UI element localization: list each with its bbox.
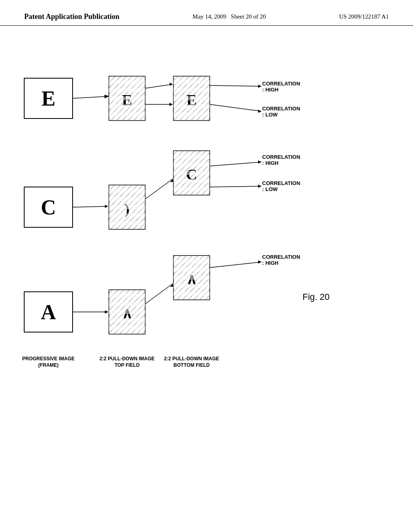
svg-rect-44	[173, 284, 210, 288]
svg-rect-28	[173, 179, 210, 183]
diagram-area: E E E CORRELATION : HIGH CORRELATION	[0, 26, 413, 517]
svg-rect-4	[109, 88, 145, 92]
svg-line-17	[210, 104, 261, 111]
svg-rect-25	[173, 155, 210, 159]
svg-marker-14	[169, 103, 173, 106]
label-top-field: TOP FIELD	[115, 362, 140, 368]
svg-rect-23	[109, 221, 145, 225]
svg-rect-45	[173, 292, 210, 296]
svg-rect-27	[173, 171, 210, 175]
label-pulldown-top: 2:2 PULL-DOWN IMAGE	[100, 356, 155, 362]
corr-low-1b: : LOW	[262, 112, 278, 118]
patent-number: US 2009/122187 A1	[339, 12, 389, 21]
arrow-Atopfield-to-field2	[145, 284, 173, 304]
sheet-info: Sheet 20 of 20	[231, 13, 266, 20]
label-pulldown-bottom: 2:2 PULL-DOWN IMAGE	[164, 356, 219, 362]
corr-high-2: CORRELATION	[262, 154, 300, 160]
corr-high-3b: : HIGH	[262, 260, 278, 266]
fig-label: Fig. 20	[302, 292, 330, 302]
svg-rect-21	[109, 205, 145, 209]
svg-rect-11	[173, 104, 210, 108]
svg-line-15	[210, 85, 261, 86]
svg-rect-35	[109, 294, 145, 298]
svg-rect-19	[109, 189, 145, 193]
svg-rect-37	[109, 310, 145, 314]
svg-rect-7	[109, 112, 145, 116]
svg-rect-42	[173, 268, 210, 272]
corr-low-2: CORRELATION	[262, 180, 300, 186]
svg-rect-3	[109, 80, 145, 84]
frame-C-label: C	[41, 196, 56, 219]
svg-rect-29	[173, 187, 210, 191]
label-progressive: PROGRESSIVE IMAGE	[22, 356, 75, 362]
svg-line-47	[210, 262, 261, 268]
svg-marker-40	[105, 310, 108, 314]
svg-line-33	[210, 186, 261, 187]
svg-marker-16	[258, 85, 261, 88]
svg-line-31	[210, 162, 261, 166]
main-diagram: E E E CORRELATION : HIGH CORRELATION	[0, 26, 413, 517]
corr-high-3: CORRELATION	[262, 254, 300, 260]
label-frame: (FRAME)	[38, 362, 59, 368]
svg-rect-26	[173, 163, 210, 167]
corr-high-1b: : HIGH	[262, 87, 278, 93]
corr-high-1: CORRELATION	[262, 81, 300, 87]
publication-date: May 14, 2009	[192, 13, 226, 20]
patent-title: Patent Application Publication	[24, 12, 119, 21]
arrow-C-to-topfield	[73, 206, 108, 207]
arrow-E-to-topfield	[73, 96, 108, 98]
frame-E-label: E	[42, 87, 56, 110]
svg-rect-43	[173, 276, 210, 280]
header-center: May 14, 2009 Sheet 20 of 20	[192, 12, 266, 21]
svg-rect-38	[109, 318, 145, 322]
arrow-Etopfield-to-field2-up	[145, 84, 173, 88]
label-bottom-field: BOTTOM FIELD	[173, 362, 210, 368]
svg-rect-8	[173, 80, 210, 84]
svg-rect-20	[109, 197, 145, 201]
frame-A-label: A	[41, 301, 56, 324]
svg-rect-39	[109, 326, 145, 330]
svg-rect-22	[109, 213, 145, 217]
svg-marker-13	[169, 83, 173, 86]
svg-marker-34	[258, 185, 261, 188]
svg-marker-32	[258, 160, 261, 164]
page-header: Patent Application Publication May 14, 2…	[0, 0, 413, 26]
corr-low-2b: : LOW	[262, 186, 278, 192]
corr-low-1: CORRELATION	[262, 106, 300, 112]
svg-rect-5	[109, 96, 145, 100]
svg-marker-18	[258, 110, 261, 113]
svg-rect-9	[173, 88, 210, 92]
svg-marker-24	[105, 205, 108, 208]
svg-rect-10	[173, 96, 210, 100]
corr-high-2b: : HIGH	[262, 160, 278, 166]
arrow-Ctopfield-to-field2	[145, 179, 173, 199]
svg-marker-48	[258, 260, 261, 264]
svg-rect-41	[173, 260, 210, 264]
svg-rect-6	[109, 104, 145, 108]
svg-rect-12	[173, 112, 210, 116]
svg-rect-36	[109, 302, 145, 306]
